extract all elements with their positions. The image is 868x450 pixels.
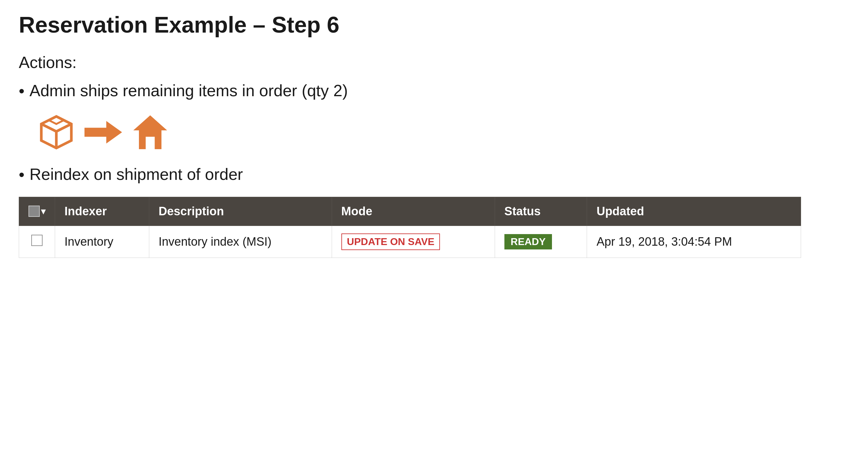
mode-badge: UPDATE ON SAVE — [341, 233, 440, 250]
house-icon — [131, 113, 169, 152]
table-row: Inventory Inventory index (MSI) UPDATE O… — [19, 226, 801, 258]
table-header-mode: Mode — [332, 197, 495, 226]
header-checkbox[interactable] — [29, 205, 40, 217]
table-header-updated: Updated — [587, 197, 801, 226]
bullet-text-2: Reindex on shipment of order — [29, 165, 243, 184]
arrow-right-icon — [85, 113, 122, 152]
table-header-description: Description — [149, 197, 332, 226]
svg-marker-3 — [106, 121, 122, 143]
indexer-table: ▾ Indexer Description Mode Status Update… — [19, 197, 801, 258]
table-header-status: Status — [495, 197, 587, 226]
row-checkbox[interactable] — [31, 235, 42, 246]
svg-rect-2 — [85, 128, 109, 137]
status-badge: READY — [504, 234, 552, 249]
table-section: ▾ Indexer Description Mode Status Update… — [19, 197, 849, 258]
row-status: READY — [495, 226, 587, 258]
row-indexer: Inventory — [55, 226, 149, 258]
icons-row — [37, 113, 849, 152]
table-header-indexer: Indexer — [55, 197, 149, 226]
table-header-row: ▾ Indexer Description Mode Status Update… — [19, 197, 801, 226]
bullet-item-2: • Reindex on shipment of order — [19, 165, 849, 184]
bullet-dot-1: • — [19, 81, 24, 101]
row-mode: UPDATE ON SAVE — [332, 226, 495, 258]
box-icon — [37, 113, 75, 152]
header-dropdown-arrow[interactable]: ▾ — [41, 206, 45, 217]
table-header-checkbox[interactable]: ▾ — [19, 197, 55, 226]
bullet-text-1: Admin ships remaining items in order (qt… — [29, 81, 348, 100]
page-title: Reservation Example – Step 6 — [19, 12, 849, 37]
svg-rect-5 — [146, 137, 155, 149]
actions-label: Actions: — [19, 53, 849, 72]
row-checkbox-cell[interactable] — [19, 226, 55, 258]
row-updated: Apr 19, 2018, 3:04:54 PM — [587, 226, 801, 258]
bullet-dot-2: • — [19, 165, 24, 184]
row-description: Inventory index (MSI) — [149, 226, 332, 258]
bullet-item-1: • Admin ships remaining items in order (… — [19, 81, 849, 101]
